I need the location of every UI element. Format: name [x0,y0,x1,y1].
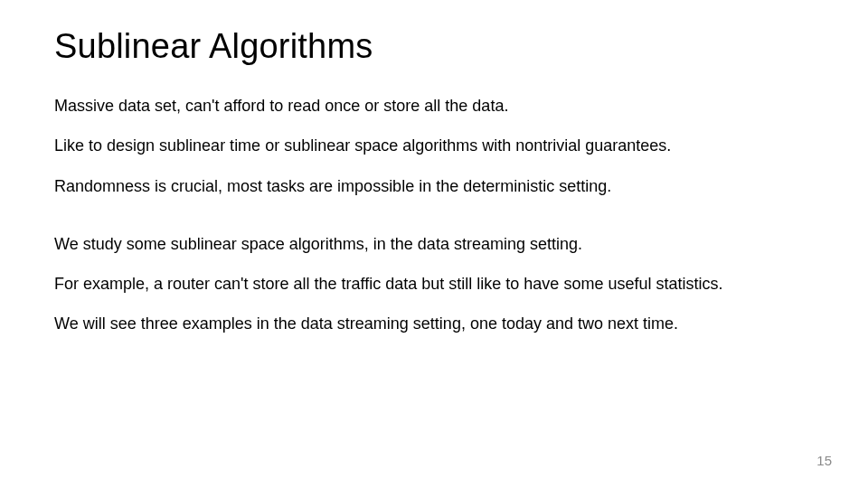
slide-title: Sublinear Algorithms [54,27,814,66]
paragraph: Massive data set, can't afford to read o… [54,95,814,117]
spacer [54,215,814,233]
paragraph: We study some sublinear space algorithms… [54,233,814,255]
page-number: 15 [816,453,832,468]
paragraph: We will see three examples in the data s… [54,313,814,334]
paragraph: For example, a router can't store all th… [54,273,814,295]
slide-body: Massive data set, can't afford to read o… [54,95,814,335]
paragraph: Randomness is crucial, most tasks are im… [54,175,814,197]
slide-container: Sublinear Algorithms Massive data set, c… [0,0,868,488]
paragraph: Like to design sublinear time or subline… [54,135,814,156]
